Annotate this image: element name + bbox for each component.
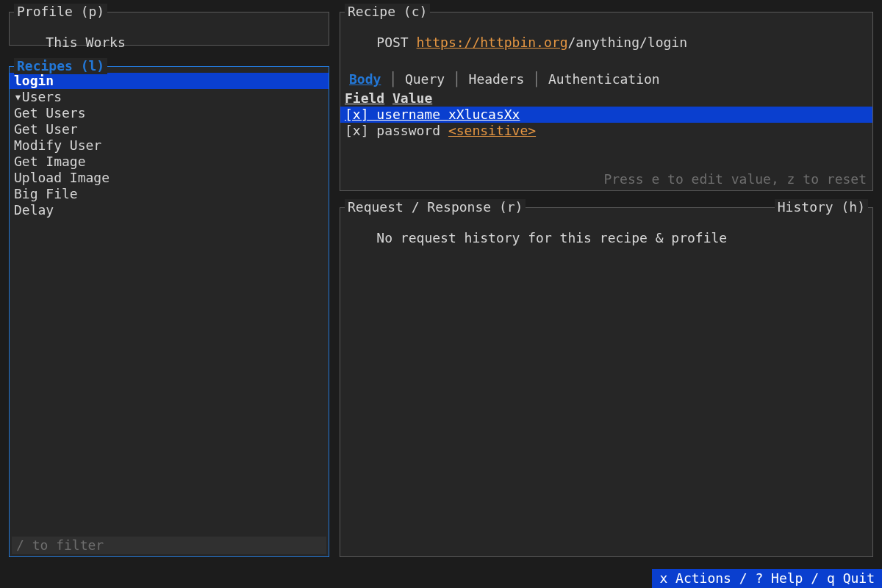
tab-body[interactable]: Body: [349, 71, 381, 87]
recipe-method: POST: [376, 35, 408, 50]
recipes-item-upload-image[interactable]: Upload Image: [10, 170, 329, 186]
recipe-pane-title: Recipe (c): [345, 4, 430, 20]
body-row-username[interactable]: [x] username xXlucasXx: [340, 107, 872, 123]
recipe-url-path: /anything/login: [567, 35, 687, 50]
recipe-url-host[interactable]: https://httpbin.org: [417, 35, 568, 50]
recipes-item-modify-user[interactable]: Modify User: [10, 137, 329, 154]
recipes-item-big-file[interactable]: Big File: [10, 186, 329, 202]
recipes-item-delay[interactable]: Delay: [10, 202, 329, 218]
tab-headers[interactable]: Headers: [469, 71, 525, 87]
recipes-item-get-user[interactable]: Get User: [10, 121, 329, 137]
tab-query[interactable]: Query: [405, 71, 445, 87]
reqres-empty-text: No request history for this recipe & pro…: [376, 230, 727, 245]
profile-pane-title: Profile (p): [14, 4, 107, 20]
footer-shortcuts: x Actions / ? Help / q Quit: [652, 569, 882, 588]
body-table-header: Field Value: [340, 90, 872, 107]
recipes-pane-title: Recipes (l): [14, 58, 107, 74]
recipes-filter-input[interactable]: / to filter: [12, 537, 326, 554]
history-pane-title: History (h): [775, 199, 868, 215]
recipe-hint: Press e to edit value, z to reset: [603, 171, 867, 187]
recipes-item-login[interactable]: login: [10, 73, 329, 89]
recipes-item-users[interactable]: ▾Users: [10, 89, 329, 105]
recipes-item-get-image[interactable]: Get Image: [10, 154, 329, 170]
profile-value[interactable]: This Works: [46, 35, 125, 50]
recipes-item-get-users[interactable]: Get Users: [10, 105, 329, 121]
tab-authentication[interactable]: Authentication: [548, 71, 660, 87]
reqres-pane-title: Request / Response (r): [345, 199, 526, 215]
body-row-password[interactable]: [x] password <sensitive>: [340, 123, 872, 139]
recipe-tabs[interactable]: Body │ Query │ Headers │ Authentication: [340, 70, 872, 90]
